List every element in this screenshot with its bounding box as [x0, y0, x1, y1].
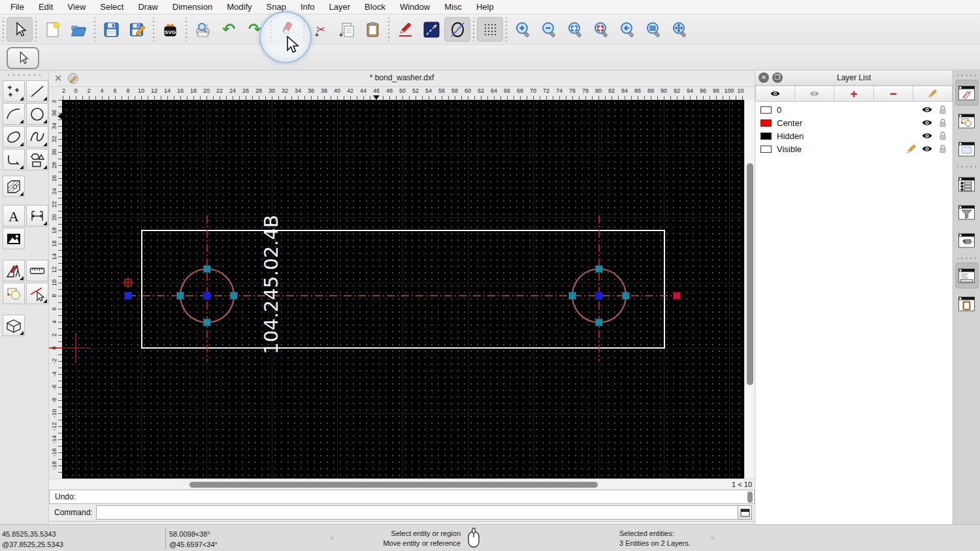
save-button[interactable] — [98, 17, 124, 42]
image-tool-button[interactable] — [3, 228, 25, 249]
canvas-horizontal-scrollbar[interactable]: 1 < 10 — [49, 479, 755, 490]
menu-misc[interactable]: Misc — [444, 2, 462, 12]
select-modify-tool-button[interactable] — [26, 283, 48, 304]
select-arrow-button[interactable] — [7, 17, 33, 42]
dimension-tool-button[interactable] — [26, 205, 48, 227]
save-as-button[interactable] — [124, 17, 150, 42]
dock-pen-window-button[interactable] — [955, 80, 979, 106]
dock-command-window-button[interactable] — [955, 262, 979, 289]
circle-tool-button[interactable] — [26, 103, 48, 125]
svg-export-button[interactable]: SVG — [157, 17, 183, 42]
eraser-button[interactable] — [274, 17, 301, 42]
canvas-vertical-scrollbar[interactable] — [744, 100, 755, 479]
selection-pointer-button[interactable] — [7, 47, 39, 69]
dock-list-window-button[interactable] — [955, 171, 979, 197]
open-folder-button[interactable] — [65, 17, 91, 42]
show-all-layers-button[interactable] — [755, 86, 795, 102]
polyline-tool-button[interactable] — [3, 149, 25, 170]
zoom-previous-button[interactable] — [614, 17, 640, 42]
menu-help[interactable]: Help — [476, 2, 494, 12]
points-tool-button[interactable] — [3, 80, 25, 102]
zoom-window-button[interactable] — [640, 17, 666, 42]
layer-row-hidden[interactable]: Hidden — [755, 129, 953, 142]
dock-tool-window-button[interactable] — [955, 227, 979, 253]
layer-lock-icon[interactable] — [937, 130, 949, 142]
remove-layer-button[interactable]: − — [874, 86, 913, 102]
print-preview-button[interactable] — [189, 17, 216, 42]
hide-all-layers-button[interactable] — [795, 86, 834, 102]
edit-layer-button[interactable] — [913, 86, 953, 102]
menu-draw[interactable]: Draw — [138, 2, 157, 12]
menu-view[interactable]: View — [67, 2, 86, 12]
cut-button[interactable]: ✂+ — [307, 17, 333, 42]
v-ruler-label: 6 — [49, 302, 61, 315]
command-window-toggle-button[interactable] — [738, 505, 752, 520]
history-scrollbar-thumb[interactable] — [747, 492, 753, 503]
horizontal-scrollbar-thumb[interactable] — [189, 482, 598, 488]
arc-tool-button[interactable] — [3, 103, 25, 125]
menu-layer[interactable]: Layer — [329, 2, 351, 12]
layer-lock-icon[interactable] — [937, 143, 949, 155]
paste-button[interactable] — [359, 17, 385, 42]
ellipse-tool-button[interactable] — [444, 17, 470, 42]
v-ruler-label: -4 — [49, 368, 61, 381]
add-layer-button[interactable]: + — [834, 86, 874, 102]
dock-shapes-window-button[interactable] — [955, 108, 979, 134]
line-tool-button[interactable] — [26, 80, 48, 102]
draw-pen-button[interactable] — [392, 17, 418, 42]
new-document-button[interactable] — [39, 17, 65, 42]
redo-button[interactable]: ↷ — [242, 17, 268, 42]
layer-visibility-eye-icon[interactable] — [921, 117, 933, 129]
copy-button[interactable]: + — [333, 17, 359, 42]
layer-row-0[interactable]: 0 — [755, 103, 953, 116]
text-tool-button[interactable]: A — [3, 205, 25, 227]
menu-info[interactable]: Info — [301, 2, 315, 12]
polygon-tool-button[interactable] — [26, 149, 48, 170]
line-segment-button[interactable] — [418, 17, 444, 42]
undo-button[interactable]: ↶ — [216, 17, 242, 42]
zoom-redraw-button[interactable] — [588, 17, 614, 42]
menu-modify[interactable]: Modify — [227, 2, 252, 12]
layer-row-center[interactable]: Center — [755, 116, 953, 129]
modify-tool-button[interactable] — [3, 260, 25, 281]
order-tool-button[interactable] — [3, 283, 25, 304]
menu-dimension[interactable]: Dimension — [172, 2, 212, 12]
menu-select[interactable]: Select — [100, 2, 123, 12]
vertical-scrollbar-thumb[interactable] — [747, 163, 753, 385]
menu-window[interactable]: Window — [400, 2, 430, 12]
menu-file[interactable]: File — [10, 2, 24, 12]
zoom-in-button[interactable] — [510, 17, 536, 42]
layer-visibility-eye-icon[interactable] — [921, 130, 933, 142]
layer-visibility-eye-icon[interactable] — [921, 143, 933, 155]
layer-lock-icon[interactable] — [937, 104, 949, 116]
dock-filter-window-button[interactable] — [955, 199, 979, 225]
measure-tool-button[interactable] — [26, 260, 48, 281]
drawing-canvas[interactable]: 104.245.02.4B — [62, 100, 744, 479]
dock-drag-handle[interactable] — [957, 72, 976, 78]
dock-blank-window-button[interactable] — [955, 136, 979, 162]
layer-visibility-eye-icon[interactable] — [921, 104, 933, 116]
toolbar-drag-handle[interactable] — [0, 18, 7, 41]
menu-snap[interactable]: Snap — [267, 2, 286, 12]
zoom-auto-button[interactable] — [562, 17, 588, 42]
layer-row-visible[interactable]: Visible — [755, 142, 953, 155]
layer-color-swatch[interactable] — [760, 119, 772, 127]
menu-block[interactable]: Block — [365, 2, 385, 12]
layer-color-swatch[interactable] — [760, 133, 772, 140]
command-input[interactable] — [96, 505, 740, 520]
palette-drag-handle[interactable] — [5, 72, 43, 78]
menu-edit[interactable]: Edit — [39, 2, 53, 12]
dock-clipboard-window-button[interactable] — [955, 291, 979, 317]
v-ruler-label: 20 — [49, 211, 61, 224]
zoom-out-button[interactable] — [536, 17, 562, 42]
svg-export-icon: SVG — [161, 21, 179, 39]
cube-tool-button[interactable] — [3, 315, 25, 336]
layer-color-swatch[interactable] — [760, 146, 772, 153]
grid-toggle-button[interactable] — [477, 17, 503, 42]
layer-color-swatch[interactable] — [760, 106, 772, 114]
spline-tool-button[interactable] — [26, 126, 48, 148]
hatch-tool-button[interactable] — [3, 176, 25, 197]
layer-lock-icon[interactable] — [937, 117, 949, 129]
ellipse-draw-tool-button[interactable] — [3, 126, 25, 148]
zoom-pan-button[interactable] — [666, 17, 693, 42]
